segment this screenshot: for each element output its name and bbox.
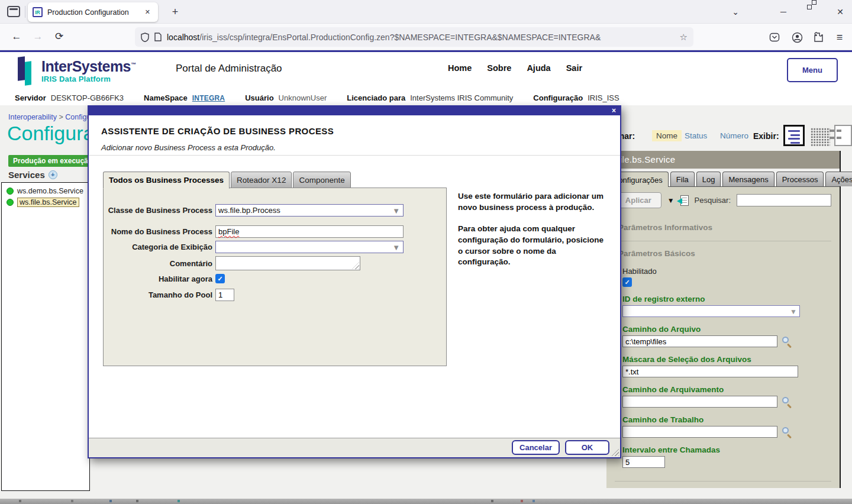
windows-taskbar[interactable] bbox=[0, 499, 852, 504]
apply-dropdown-icon[interactable]: ▼ bbox=[667, 196, 674, 205]
menu-burger-icon[interactable]: ≡ bbox=[831, 30, 848, 45]
enabled-label: Habilitado bbox=[622, 267, 831, 276]
class-select[interactable]: ws.file.bp.Process ▼ bbox=[215, 204, 404, 217]
services-title-text: Services bbox=[8, 170, 45, 180]
tab-processos[interactable]: Processos bbox=[776, 172, 824, 186]
pocket-icon[interactable] bbox=[766, 30, 783, 45]
menu-button[interactable]: Menu bbox=[787, 58, 838, 82]
work-path-input[interactable] bbox=[622, 426, 777, 438]
view-list-icon[interactable] bbox=[783, 125, 805, 146]
browse-magnifier-icon[interactable] bbox=[782, 397, 792, 407]
add-service-icon[interactable]: + bbox=[49, 170, 57, 179]
address-input[interactable]: localhost/iris_iss/csp/integra/EnsPortal… bbox=[135, 27, 693, 47]
additional-section-label: Parâmetros Adicionais bbox=[622, 487, 709, 488]
url-host: localhost bbox=[167, 33, 199, 42]
enable-now-checkbox[interactable]: ✓ bbox=[215, 274, 225, 283]
nav-sair[interactable]: Sair bbox=[566, 63, 582, 73]
page-favicon: IR bbox=[33, 7, 43, 17]
extensions-puzzle-icon[interactable] bbox=[810, 30, 827, 45]
page-info-icon[interactable] bbox=[154, 33, 162, 41]
tab-acoes[interactable]: Ações bbox=[825, 172, 852, 186]
tab-list-chevron-icon[interactable]: ⌄ bbox=[726, 5, 745, 19]
window-restore-button[interactable] bbox=[802, 5, 821, 19]
wizard-tabs: Todos os Business Processes Roteador X12… bbox=[103, 171, 351, 188]
enabled-checkbox[interactable]: ✓ bbox=[622, 277, 632, 287]
account-icon[interactable] bbox=[789, 30, 805, 45]
tab-mensagens[interactable]: Mensagens bbox=[722, 172, 774, 186]
license-label: Licenciado para bbox=[347, 93, 405, 102]
view-grid-icon[interactable] bbox=[810, 127, 830, 146]
reload-button[interactable]: ⟳ bbox=[51, 30, 67, 44]
sort-option-numero[interactable]: Número bbox=[720, 131, 748, 140]
category-select[interactable]: ▼ bbox=[215, 241, 404, 253]
new-tab-button[interactable]: + bbox=[167, 5, 183, 20]
list-item-service[interactable]: ws.demo.bs.Service bbox=[2, 186, 89, 196]
search-label: Pesquisar: bbox=[695, 196, 731, 205]
services-list: ws.demo.bs.Service ws.file.bs.Service bbox=[1, 182, 90, 491]
section-parametros-informativos[interactable]: Parâmetros Informativos bbox=[618, 223, 831, 232]
dialog-close-icon[interactable]: × bbox=[612, 106, 616, 115]
section-parametros-basicos[interactable]: Parâmetros Básicos bbox=[618, 249, 831, 258]
back-button[interactable]: ← bbox=[8, 30, 25, 44]
view-split-icon[interactable] bbox=[834, 125, 852, 146]
dialog-resize-grip[interactable] bbox=[611, 448, 619, 456]
dialog-title: ASSISTENTE DE CRIAÇÃO DE BUSINESS PROCES… bbox=[101, 126, 334, 136]
browser-url-bar: ← → ⟳ localhost/iris_iss/csp/integra/Ens… bbox=[0, 24, 852, 50]
apply-button[interactable]: Aplicar bbox=[615, 192, 661, 208]
file-path-input[interactable] bbox=[622, 335, 777, 347]
taskbar-item bbox=[521, 500, 523, 502]
bookmark-star-icon[interactable]: ☆ bbox=[680, 32, 688, 43]
tab-fila[interactable]: Fila bbox=[670, 172, 695, 186]
cancel-button[interactable]: Cancelar bbox=[512, 440, 560, 455]
sort-option-status[interactable]: Status bbox=[685, 131, 707, 140]
wizard-help-text: Use este formulário para adicionar um no… bbox=[458, 191, 611, 278]
search-input[interactable] bbox=[737, 194, 831, 206]
nav-home[interactable]: Home bbox=[448, 63, 472, 73]
tab-roteador-x12[interactable]: Roteador X12 bbox=[231, 172, 292, 188]
tab-close-icon[interactable]: ✕ bbox=[142, 7, 153, 18]
chevron-down-icon: ▼ bbox=[790, 308, 797, 316]
export-document-icon[interactable] bbox=[680, 195, 689, 206]
server-label: Servidor bbox=[15, 93, 46, 102]
dialog-titlebar[interactable]: × bbox=[89, 106, 620, 115]
category-select-value bbox=[216, 241, 403, 244]
sort-option-nome[interactable]: Nome bbox=[652, 130, 682, 141]
comment-textarea[interactable] bbox=[215, 256, 360, 270]
intersystems-logo-mark-icon bbox=[17, 57, 37, 84]
display-label: Exibir: bbox=[753, 131, 779, 141]
name-input[interactable]: bpFile bbox=[215, 225, 404, 238]
window-minimize-button[interactable]: ─ bbox=[774, 5, 793, 19]
window-close-button[interactable]: ✕ bbox=[831, 5, 850, 19]
shield-icon[interactable] bbox=[141, 33, 149, 42]
portal-header: InterSystems™ IRIS Data Platform Portal … bbox=[0, 52, 852, 90]
namespace-link[interactable]: INTEGRA bbox=[192, 94, 225, 102]
file-spec-input[interactable] bbox=[622, 366, 798, 377]
setting-label: Caminho de Trabalho bbox=[622, 415, 831, 424]
resize-grip-icon[interactable] bbox=[352, 262, 359, 269]
external-registry-select[interactable]: ▼ bbox=[622, 305, 800, 317]
portal-nav: Home Sobre Ajuda Sair bbox=[448, 63, 582, 73]
breadcrumb-root-link[interactable]: Interoperability bbox=[8, 113, 57, 121]
nav-ajuda[interactable]: Ajuda bbox=[527, 63, 550, 73]
archive-path-input[interactable] bbox=[622, 396, 777, 408]
tab-todos-business-processes[interactable]: Todos os Business Processes bbox=[103, 172, 230, 189]
section-divider bbox=[615, 241, 831, 241]
browse-magnifier-icon[interactable] bbox=[782, 427, 792, 437]
tab-componente[interactable]: Componente bbox=[293, 172, 350, 188]
pool-size-input[interactable] bbox=[215, 289, 234, 301]
nav-sobre[interactable]: Sobre bbox=[487, 63, 511, 73]
category-label: Categoria de Exibição bbox=[102, 243, 215, 251]
breadcrumb-separator: > bbox=[59, 113, 63, 121]
call-interval-input[interactable] bbox=[622, 456, 665, 468]
portal-title: Portal de Administração bbox=[176, 63, 282, 75]
tab-title: Production Configuration bbox=[47, 8, 142, 17]
firefox-view-icon[interactable] bbox=[7, 6, 20, 17]
user-value: UnknownUser bbox=[279, 93, 327, 102]
browse-magnifier-icon[interactable] bbox=[782, 337, 792, 347]
section-parametros-adicionais[interactable]: ▾ Parâmetros Adicionais bbox=[615, 487, 831, 488]
ok-button[interactable]: OK bbox=[565, 440, 609, 455]
list-item-service-selected[interactable]: ws.file.bs.Service bbox=[2, 197, 89, 208]
tab-log[interactable]: Log bbox=[696, 172, 721, 186]
enable-now-label: Habilitar agora bbox=[102, 274, 215, 283]
browser-tab[interactable]: IR Production Configuration ✕ bbox=[28, 2, 158, 22]
